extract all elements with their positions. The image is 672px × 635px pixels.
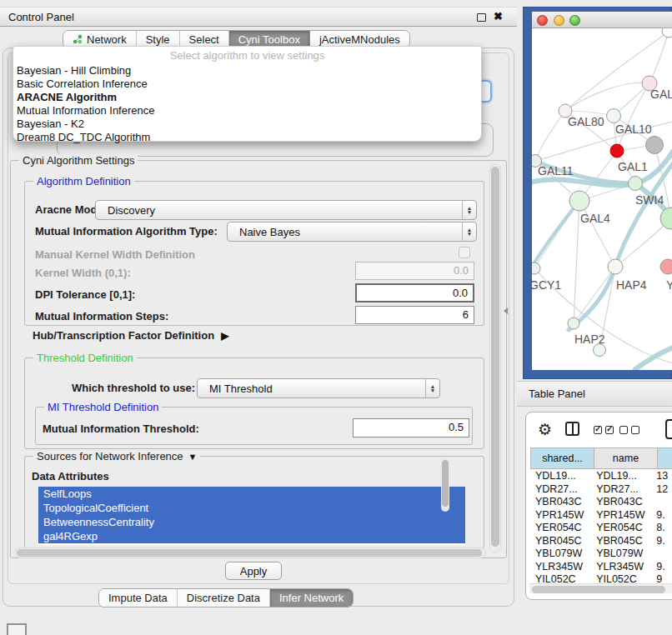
table-cell: YDL19... (592, 470, 654, 483)
attribute-item-topologicalcoefficient[interactable]: TopologicalCoefficient (38, 501, 465, 515)
table-row[interactable]: YPR145WYPR145W9. (530, 509, 672, 522)
data-attributes-list[interactable]: SelfLoopsTopologicalCoefficientBetweenne… (38, 487, 465, 545)
table-row[interactable]: YBL079WYBL079W (530, 548, 672, 561)
new-document-icon[interactable] (665, 419, 672, 439)
algorithm-dropdown-items: Bayesian - Hill ClimbingBasic Correlatio… (13, 64, 481, 144)
tab-cyni-toolbox[interactable]: Cyni Toolbox (229, 31, 310, 48)
network-node[interactable] (608, 259, 623, 274)
network-node[interactable] (607, 109, 621, 123)
attribute-item-gal4rgexp[interactable]: gal4RGexp (38, 529, 465, 543)
table-horizontal-scrollbar[interactable] (529, 583, 672, 593)
expand-right-icon[interactable]: ▶ (221, 330, 228, 342)
network-node[interactable] (568, 318, 579, 329)
network-window-titlebar[interactable] (532, 12, 672, 28)
scrollbar-thumb[interactable] (17, 549, 482, 557)
tab-discretize-data[interactable]: Discretize Data (178, 589, 270, 607)
table-row[interactable]: YLR345WYLR345W9. (530, 561, 672, 574)
mi-algorithm-type-select[interactable]: Naive Bayes ▲▼ (227, 222, 477, 242)
attributes-list-scrollbar[interactable] (441, 458, 449, 512)
select-all-checkboxes-icon[interactable] (594, 426, 614, 434)
algorithm-definition-title: Algorithm Definition (33, 175, 134, 188)
collapse-down-icon[interactable]: ▼ (188, 452, 198, 462)
settings-gear-icon[interactable]: ⚙ (538, 420, 552, 439)
sources-title[interactable]: Sources for Network Inference▼ (33, 450, 200, 462)
algorithm-item-aracne-algorithm[interactable]: ARACNE Algorithm (13, 91, 481, 104)
table-cell (654, 496, 672, 509)
deselect-all-checkboxes-icon[interactable] (619, 426, 639, 434)
table-row[interactable]: YDL19...YDL19...13 (530, 470, 672, 483)
table-cell: 9 (654, 573, 672, 582)
split-columns-icon[interactable] (565, 422, 579, 436)
network-node[interactable] (646, 137, 664, 154)
table-cell: YBR045C (592, 535, 654, 548)
algorithm-item-bayesian-hill-climbing[interactable]: Bayesian - Hill Climbing (13, 64, 481, 78)
algorithm-item-dream8-dc-tdc-algorithm[interactable]: Dream8 DC_TDC Algorithm (13, 131, 481, 144)
table-row[interactable]: YIL052CYIL052C9 (530, 573, 672, 582)
mi-threshold-field[interactable]: 0.5 (353, 418, 469, 438)
tab-select[interactable]: Select (180, 31, 229, 48)
kernel-width-field[interactable]: 0.0 (355, 262, 474, 280)
table-cell: YBR045C (530, 535, 592, 548)
network-edge[interactable] (574, 267, 615, 323)
tab-infer-network[interactable]: Infer Network (270, 589, 353, 607)
algorithm-item-basic-correlation-inference[interactable]: Basic Correlation Inference (13, 78, 481, 91)
scrollbar-thumb[interactable] (532, 586, 665, 593)
sources-for-network-inference-group: Sources for Network Inference▼ Data Attr… (24, 456, 484, 549)
column-header-name[interactable]: name (594, 448, 658, 468)
column-header-a[interactable]: A (658, 448, 672, 468)
attribute-item-betweennesscentrality[interactable]: BetweennessCentrality (38, 515, 465, 529)
table-cell: YLR345W (530, 561, 592, 574)
network-node[interactable] (532, 262, 540, 274)
table-cell: YIL052C (530, 573, 592, 582)
hub-transcription-factor-section[interactable]: Hub/Transcription Factor Definition▶ (33, 329, 228, 342)
network-node-label: GCY1 (532, 278, 561, 292)
table-panel-title: Table Panel (529, 388, 585, 400)
network-edge[interactable] (649, 32, 669, 83)
which-threshold-select[interactable]: MI Threshold ▲▼ (197, 378, 440, 398)
scrollbar-thumb[interactable] (491, 167, 499, 547)
network-node[interactable] (660, 208, 672, 229)
tab-network[interactable]: Network (63, 31, 137, 48)
attribute-item-selfloops[interactable]: SelfLoops (38, 487, 465, 501)
network-canvas[interactable]: GALGAL80GAL10GAL11GAL1SWI4GAL4GCY1HAP4YH… (532, 28, 672, 370)
aracne-mode-select[interactable]: Discovery ▲▼ (95, 200, 477, 220)
application-root: Control Panel ✖ NetworkStyleSelectCyni T… (0, 0, 672, 635)
mi-steps-field[interactable]: 6 (355, 306, 474, 324)
network-edge[interactable] (617, 83, 649, 151)
table-row[interactable]: YBR043CYBR043C (530, 496, 672, 509)
network-node[interactable] (610, 144, 624, 158)
scrollbar-thumb[interactable] (442, 460, 449, 507)
network-node[interactable] (660, 259, 672, 274)
tab-impute-data[interactable]: Impute Data (99, 589, 178, 607)
settings-horizontal-scrollbar[interactable] (14, 548, 486, 558)
minimize-window-icon[interactable] (554, 15, 564, 26)
table-cell: YDR27... (592, 483, 654, 497)
mi-threshold-definition-title: MI Threshold Definition (44, 401, 162, 413)
network-window-frame[interactable]: GALGAL80GAL10GAL11GAL1SWI4GAL4GCY1HAP4YH… (523, 7, 672, 379)
manual-kernel-width-checkbox[interactable] (459, 247, 470, 258)
algorithm-item-bayesian-k2[interactable]: Bayesian - K2 (13, 118, 481, 131)
panel-resize-handle-icon[interactable] (504, 308, 508, 314)
table-row[interactable]: YDR27...YDR27...12 (530, 483, 672, 497)
network-edge[interactable] (579, 201, 615, 267)
table-row[interactable]: YER054CYER054C8. (530, 522, 672, 535)
table-row[interactable]: YBR045CYBR045C9. (530, 535, 672, 548)
table-panel-titlebar: Table Panel (517, 381, 672, 407)
tab-style[interactable]: Style (137, 31, 180, 48)
close-panel-icon[interactable]: ✖ (494, 10, 503, 22)
float-window-icon[interactable] (477, 13, 486, 22)
checked-box-icon (594, 426, 602, 434)
network-node[interactable] (629, 177, 643, 191)
minimized-panel-icon[interactable] (7, 623, 27, 635)
apply-button[interactable]: Apply (225, 562, 282, 580)
settings-vertical-scrollbar[interactable] (489, 164, 501, 552)
zoom-window-icon[interactable] (569, 15, 580, 26)
column-header-shared[interactable]: shared... (531, 448, 594, 468)
tab-jactivemnodules[interactable]: jActiveMNodules (310, 31, 409, 48)
network-node[interactable] (569, 191, 589, 211)
algorithm-item-mutual-information-inference[interactable]: Mutual Information Inference (13, 104, 481, 118)
dpi-tolerance-field[interactable]: 0.0 (355, 283, 474, 302)
network-node[interactable] (662, 28, 672, 38)
close-window-icon[interactable] (537, 15, 548, 26)
network-edge[interactable] (574, 201, 579, 323)
